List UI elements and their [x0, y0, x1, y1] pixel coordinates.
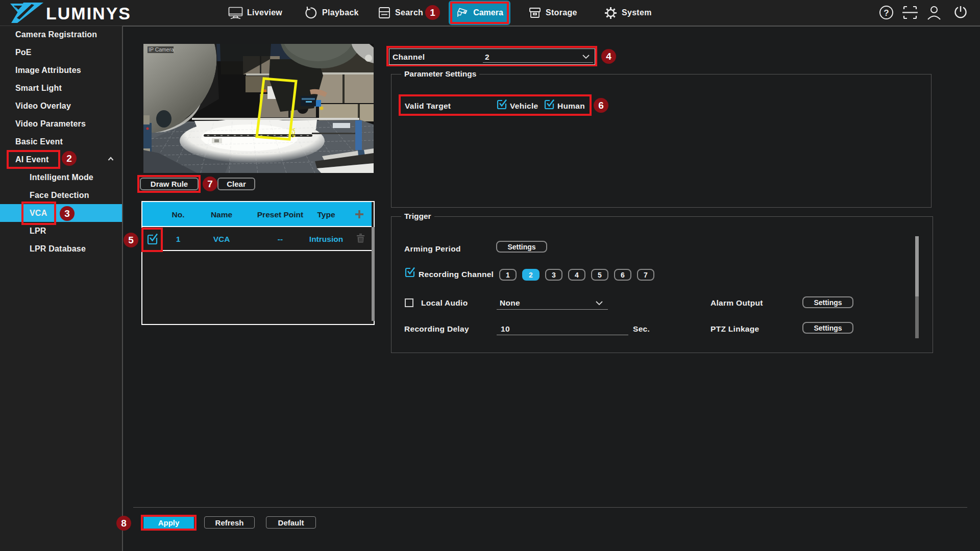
svg-text:IP Camera: IP Camera [149, 46, 174, 53]
svg-text:?: ? [884, 8, 889, 18]
svg-text:VCA: VCA [291, 128, 296, 138]
